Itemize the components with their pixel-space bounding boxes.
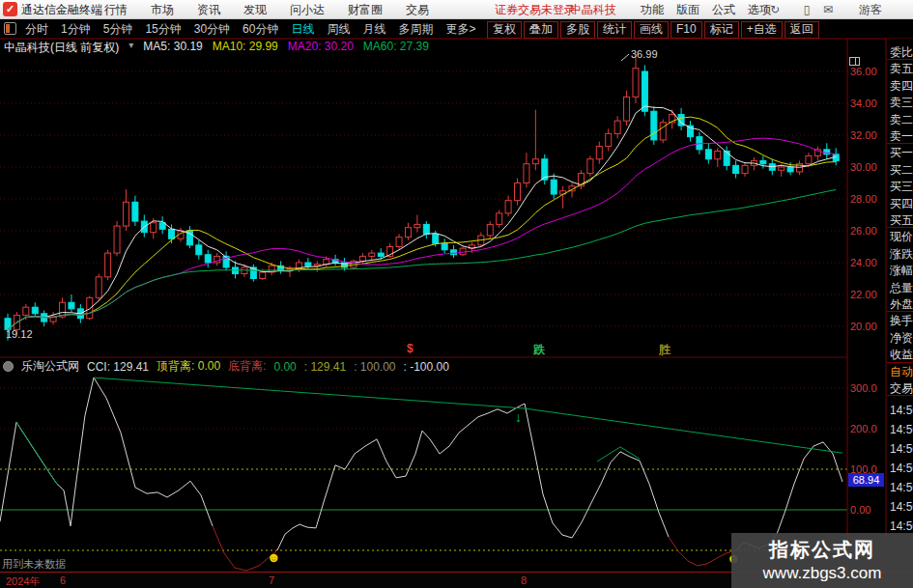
sidebar-label-卖二: 卖二 — [890, 112, 913, 128]
sidebar-label-涨跌: 涨跌 — [890, 246, 913, 263]
indicator-value-6: : -100.00 — [404, 360, 449, 374]
cci-axis-label: 300.0 — [850, 382, 883, 394]
price-axis-label: 26.00 — [850, 225, 883, 237]
sidebar-divider — [887, 59, 913, 60]
sidebar-label-换手: 换手 — [890, 313, 913, 329]
tdx-terminal-window: ↓☻☻ ✓ 通达信金融终端 行情市场资讯发现问小达财富圈交易 证券交易未登录 中… — [0, 0, 913, 588]
indicator-icon[interactable] — [3, 361, 14, 372]
price-axis-label: 22.00 — [850, 289, 883, 300]
indicator-source: 乐淘公式网 — [21, 358, 79, 375]
price-axis-label: 32.00 — [850, 129, 883, 141]
sidebar-label-卖三: 卖三 — [890, 95, 913, 111]
sidebar-label-买二: 买二 — [890, 162, 913, 179]
tick-time: 14:56 — [890, 500, 913, 514]
date-tick-8: 8 — [521, 574, 527, 586]
chart-header: 中晶科技(日线 前复权) ▾ MA5: 30.19MA10: 29.99MA20… — [4, 40, 429, 55]
tick-time: 14:56 — [890, 519, 913, 533]
ma-value-0: MA5: 30.19 — [143, 40, 202, 55]
price-axis-label: 34.00 — [850, 98, 883, 109]
sidebar-divider — [887, 395, 913, 396]
chart-title: 中晶科技(日线 前复权) — [4, 40, 119, 55]
high-price-marker: 36.99 — [631, 48, 658, 60]
indicator-value-2: 底背离: — [228, 358, 266, 375]
indicator-value-3: 0.00 — [273, 360, 296, 374]
sidebar-divider — [887, 311, 913, 312]
indicator-value-1: 顶背离: 0.00 — [157, 358, 220, 375]
cci-axis-label: 0.00 — [850, 504, 883, 516]
cci-axis-label: 200.0 — [850, 423, 883, 434]
sidebar-divider — [887, 227, 913, 228]
tick-time: 14:56 — [890, 423, 913, 436]
quote-sidebar: 委比卖五卖四卖三卖二卖一买一买二买三买四买五现价涨跌涨幅总量外盘换手净资收益自动… — [887, 39, 913, 588]
sidebar-label-买三: 买三 — [890, 179, 913, 195]
sidebar-label-卖五: 卖五 — [890, 61, 913, 77]
sidebar-label-卖四: 卖四 — [890, 78, 913, 95]
price-axis-label: 20.00 — [850, 321, 883, 332]
sidebar-label-买一: 买一 — [890, 145, 913, 161]
ma-value-1: MA10: 29.99 — [213, 40, 278, 55]
signal-跌: 跌 — [533, 342, 545, 358]
signal-胜: 胜 — [659, 342, 670, 358]
chevron-down-icon[interactable]: ▾ — [128, 40, 133, 55]
future-data-note: 用到未来数据 — [2, 557, 66, 572]
svg-text:↓: ↓ — [515, 409, 522, 425]
ma-value-3: MA60: 27.39 — [363, 40, 429, 55]
watermark-url: www.zbgs3.com — [731, 564, 913, 583]
watermark: 指标公式网 www.zbgs3.com — [731, 533, 913, 588]
tick-time: 14:56 — [890, 442, 913, 456]
tick-time: 14:56 — [890, 481, 913, 494]
sidebar-label-买四: 买四 — [890, 196, 913, 212]
indicator-header: 乐淘公式网 CCI: 129.41顶背离: 0.00底背离:0.00: 129.… — [3, 359, 449, 374]
sidebar-label-涨幅: 涨幅 — [890, 263, 913, 279]
indicator-value-5: : 100.00 — [354, 360, 395, 374]
watermark-title: 指标公式网 — [731, 537, 913, 563]
sidebar-divider — [887, 143, 913, 144]
sidebar-label-现价: 现价 — [890, 229, 913, 245]
indicator-value-4: : 129.41 — [304, 360, 346, 374]
price-axis-label: 30.00 — [850, 161, 883, 173]
sidebar-divider — [887, 362, 913, 363]
sidebar-label-净资: 净资 — [890, 330, 913, 347]
indicator-value-0: CCI: 129.41 — [87, 360, 149, 374]
price-axis-label: 36.00 — [850, 66, 883, 77]
tick-time: 14:56 — [890, 404, 913, 417]
tick-time: 14:56 — [890, 462, 913, 475]
low-price-marker: 19.12 — [6, 328, 33, 340]
svg-text:☻: ☻ — [267, 549, 281, 565]
sidebar-tab-auto[interactable]: 自动 — [890, 364, 913, 380]
price-axis-label: 28.00 — [850, 193, 883, 205]
year-label: 2024年 — [6, 574, 40, 588]
sidebar-label-总量: 总量 — [890, 280, 913, 296]
ma-value-2: MA20: 30.20 — [288, 40, 354, 55]
panel-toggle-icon[interactable] — [849, 57, 860, 66]
cci-current-value-badge: 68.94 — [848, 473, 884, 487]
price-axis-label: 24.00 — [850, 257, 883, 268]
signal-$: $ — [407, 342, 414, 355]
date-tick-7: 7 — [269, 574, 274, 586]
date-tick-6: 6 — [60, 574, 66, 586]
chart-canvas: ↓☻☻ — [0, 0, 913, 588]
